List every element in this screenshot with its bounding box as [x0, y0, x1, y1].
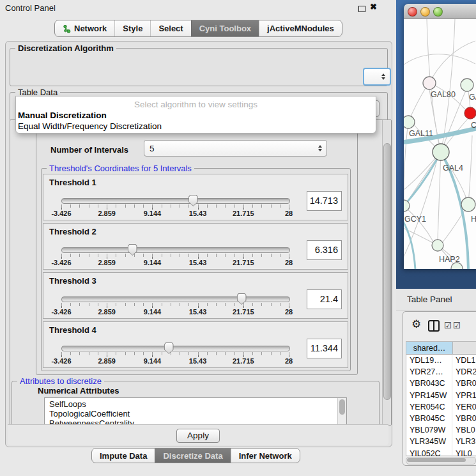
dropdown-placeholder: Select algorithm to view settings	[16, 100, 376, 109]
close-traffic-light-icon[interactable]	[408, 7, 417, 17]
attributes-group: Attributes to discretize Numerical Attri…	[12, 381, 380, 426]
node-label: C	[471, 121, 476, 130]
tick-label: 28	[285, 308, 293, 316]
tab-discretize-data-label: Discretize Data	[163, 451, 222, 461]
slider-minor-ticks	[61, 204, 290, 208]
table-cell[interactable]: YER054C	[406, 401, 452, 413]
table-row[interactable]: YBR045CYBR0	[406, 413, 476, 424]
table-cell[interactable]: YER0	[452, 401, 476, 413]
checkbox-icon[interactable]: ☑	[444, 321, 452, 330]
table-row[interactable]: YBL079WYBL0	[406, 424, 476, 436]
gear-icon[interactable]: ⚙	[411, 319, 421, 330]
attributes-scrollbar[interactable]	[337, 398, 346, 426]
apply-bar: Apply	[8, 424, 388, 445]
table-cell[interactable]: YDR2	[452, 366, 476, 378]
table-row[interactable]: YLR345WYLR3	[406, 436, 476, 447]
table-cell[interactable]: YDL19…	[406, 355, 452, 366]
node-right[interactable]	[461, 197, 475, 211]
table-cell[interactable]: YBR045C	[406, 413, 452, 424]
node-gal80[interactable]	[423, 77, 436, 89]
split-columns-icon[interactable]	[428, 320, 440, 332]
threshold-value-field[interactable]: 21.4	[307, 289, 342, 309]
close-icon[interactable]: ✖	[370, 2, 377, 12]
attribute-list-item[interactable]: TopologicalCoefficient	[45, 409, 346, 418]
checkbox-icon[interactable]: ☑	[453, 321, 461, 330]
table-cell[interactable]: YBR0	[452, 413, 476, 424]
table-cell[interactable]: YBL0	[452, 424, 476, 436]
table-cell[interactable]: YLR3	[452, 436, 476, 447]
node-red-selected[interactable]	[464, 107, 476, 119]
tick-label: 9.144	[144, 357, 162, 365]
table-cell[interactable]: YPR145W	[406, 390, 452, 401]
threshold-value-field[interactable]: 11.344	[307, 339, 342, 358]
zoom-traffic-light-icon[interactable]	[433, 7, 443, 17]
threshold-slider[interactable]	[61, 198, 290, 204]
table-row[interactable]: YDR27…YDR2	[406, 366, 476, 378]
node-label: GAL4	[443, 164, 463, 173]
tick-label: 2.859	[98, 357, 116, 365]
node-hap2[interactable]	[432, 240, 443, 251]
number-of-intervals-combobox[interactable]: 5	[144, 140, 327, 157]
apply-button[interactable]: Apply	[176, 429, 220, 443]
network-window-titlebar[interactable]	[404, 4, 476, 19]
dropdown-option-manual-discretization[interactable]: Manual Discretization	[18, 111, 107, 120]
table-cell[interactable]: YBR0	[452, 378, 476, 389]
tab-infer-network[interactable]: Infer Network	[231, 449, 300, 463]
threshold-slider[interactable]	[61, 296, 290, 302]
threshold-slider[interactable]	[61, 247, 290, 253]
table-cell[interactable]: YDR27…	[406, 366, 452, 378]
tab-network[interactable]: Network	[55, 20, 114, 36]
table-cell[interactable]: YBL079W	[406, 424, 452, 436]
threshold-label: Threshold 4	[49, 325, 96, 335]
tab-jactivemnodules-label: jActiveMNodules	[267, 24, 334, 33]
table-panel-title: Table Panel	[407, 295, 452, 304]
tab-cyni-toolbox-label: Cyni Toolbox	[199, 24, 251, 33]
threshold-value-field[interactable]: 6.316	[307, 240, 342, 260]
node-gal4[interactable]	[433, 144, 449, 160]
slider-minor-ticks	[61, 254, 290, 257]
column-header-shared-name[interactable]: shared…	[406, 342, 453, 355]
table-cell[interactable]: YDL1	[452, 355, 476, 366]
network-canvas[interactable]: GAL80 GA GAL11 C GAL4 GCY1 H HAP2	[404, 19, 476, 269]
node-top-right[interactable]	[461, 79, 473, 91]
numerical-attributes-list[interactable]: SelfLoopsTopologicalCoefficientBetweenne…	[44, 397, 347, 426]
attribute-list-item[interactable]: SelfLoops	[45, 399, 346, 409]
tab-impute-data[interactable]: Impute Data	[92, 449, 155, 463]
tab-cyni-toolbox[interactable]: Cyni Toolbox	[191, 20, 259, 36]
threshold-value-field[interactable]: 14.713	[307, 191, 342, 211]
dropdown-option-equal-width[interactable]: Equal Width/Frequency Discretization	[18, 121, 162, 131]
control-panel-titlebar: Control Panel ✖	[0, 0, 396, 15]
tick-label: 28	[285, 357, 293, 365]
table-row[interactable]: YPR145WYPR1	[406, 390, 476, 401]
settings-vertical-scrollbar[interactable]	[382, 120, 391, 425]
tick-label: 21.715	[233, 210, 254, 217]
tab-discretize-data[interactable]: Discretize Data	[155, 449, 230, 463]
settings-scrollbar-thumb[interactable]	[383, 143, 391, 400]
node-gal11[interactable]	[404, 116, 415, 128]
column-header-name[interactable]: n	[453, 342, 476, 355]
node-gcy1[interactable]	[404, 200, 410, 211]
table-row[interactable]: YER054CYER0	[406, 401, 476, 413]
tab-jactivemnodules[interactable]: jActiveMNodules	[259, 20, 342, 36]
tab-select[interactable]: Select	[150, 20, 190, 36]
float-window-icon[interactable]	[358, 6, 365, 12]
interval-definition-group: Interval Definition Number of Intervals …	[36, 127, 358, 375]
table-scrollbar-thumb[interactable]	[407, 458, 466, 462]
minimize-traffic-light-icon[interactable]	[420, 7, 430, 17]
tick-label: 21.715	[233, 357, 254, 365]
table-row[interactable]: YBR043CYBR0	[406, 378, 476, 389]
table-cell[interactable]: YBR043C	[406, 378, 452, 389]
tick-label: -3.426	[51, 308, 71, 316]
tick-label: 21.715	[233, 308, 254, 316]
algorithm-combobox[interactable]	[363, 68, 391, 86]
thresholds-group-title: Threshold's Coordinates for 5 Intervals	[47, 164, 194, 173]
threshold-slider[interactable]	[61, 346, 290, 351]
combo-stepper-icon	[381, 73, 385, 80]
table-horizontal-scrollbar[interactable]	[406, 457, 476, 464]
attributes-scrollbar-thumb[interactable]	[339, 399, 345, 415]
table-cell[interactable]: YPR1	[452, 390, 476, 401]
tab-style[interactable]: Style	[114, 20, 150, 36]
threshold-label: Threshold 1	[49, 178, 96, 187]
table-cell[interactable]: YLR345W	[406, 436, 452, 447]
table-row[interactable]: YDL19…YDL1	[406, 355, 476, 366]
